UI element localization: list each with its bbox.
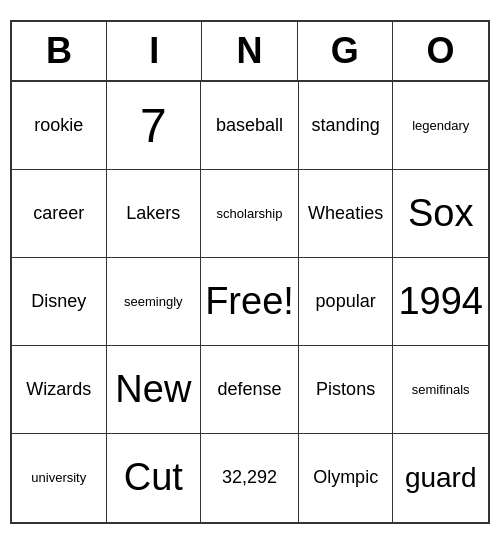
bingo-cell: career [12,170,107,258]
header-letter-g: G [298,22,393,80]
bingo-card: BINGO rookie7baseballstandinglegendaryca… [10,20,490,524]
bingo-cell: seemingly [107,258,202,346]
cell-text: guard [405,461,477,495]
cell-text: New [115,367,191,413]
bingo-cell: Sox [393,170,488,258]
bingo-cell: standing [299,82,394,170]
bingo-cell: 7 [107,82,202,170]
cell-text: 7 [140,97,167,155]
bingo-cell: legendary [393,82,488,170]
cell-text: rookie [34,115,83,137]
cell-text: 32,292 [222,467,277,489]
bingo-cell: baseball [201,82,299,170]
cell-text: defense [217,379,281,401]
cell-text: popular [316,291,376,313]
header-letter-n: N [202,22,297,80]
cell-text: Cut [124,455,183,501]
bingo-grid: rookie7baseballstandinglegendarycareerLa… [12,82,488,522]
bingo-cell: Wizards [12,346,107,434]
cell-text: Disney [31,291,86,313]
bingo-cell: 1994 [393,258,488,346]
cell-text: Olympic [313,467,378,489]
bingo-cell: popular [299,258,394,346]
bingo-cell: Lakers [107,170,202,258]
bingo-cell: guard [393,434,488,522]
bingo-cell: Pistons [299,346,394,434]
bingo-cell: university [12,434,107,522]
bingo-cell: Disney [12,258,107,346]
cell-text: university [31,470,86,486]
cell-text: seemingly [124,294,183,310]
bingo-cell: semifinals [393,346,488,434]
bingo-cell: New [107,346,202,434]
cell-text: Pistons [316,379,375,401]
bingo-cell: Free! [201,258,299,346]
cell-text: Wizards [26,379,91,401]
bingo-cell: 32,292 [201,434,299,522]
cell-text: Wheaties [308,203,383,225]
cell-text: Free! [205,279,294,325]
bingo-cell: defense [201,346,299,434]
cell-text: semifinals [412,382,470,398]
bingo-cell: scholarship [201,170,299,258]
cell-text: Sox [408,191,473,237]
bingo-header: BINGO [12,22,488,82]
cell-text: baseball [216,115,283,137]
header-letter-o: O [393,22,488,80]
cell-text: legendary [412,118,469,134]
bingo-cell: Cut [107,434,202,522]
header-letter-b: B [12,22,107,80]
cell-text: career [33,203,84,225]
cell-text: Lakers [126,203,180,225]
cell-text: scholarship [217,206,283,222]
header-letter-i: I [107,22,202,80]
cell-text: 1994 [398,279,483,325]
bingo-cell: rookie [12,82,107,170]
bingo-cell: Wheaties [299,170,394,258]
cell-text: standing [312,115,380,137]
bingo-cell: Olympic [299,434,394,522]
